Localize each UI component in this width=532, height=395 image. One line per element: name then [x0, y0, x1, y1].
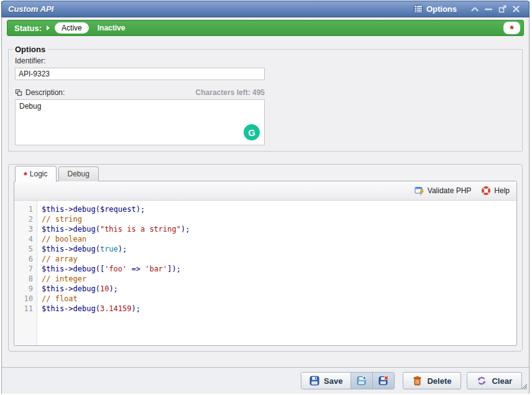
code-area[interactable]: 1234567891011 $this->debug($request);// … [14, 201, 516, 345]
save-button-group: Save [301, 372, 395, 389]
help-button[interactable]: Help [481, 186, 510, 196]
characters-left-counter: Characters left: 495 [196, 88, 265, 97]
status-bar: Status: Active Inactive * [7, 20, 524, 36]
status-option-inactive[interactable]: Inactive [94, 24, 129, 32]
tab-strip: * Logic Debug [15, 165, 99, 181]
code-editor-panel: Validate PHP Help 123456 [14, 181, 517, 346]
identifier-label: Identifier: [15, 57, 517, 65]
tab-logic[interactable]: * Logic [15, 166, 57, 182]
titlebar: Custom API Options [1, 1, 530, 17]
close-button[interactable] [509, 4, 523, 15]
clear-label: Clear [492, 376, 512, 386]
save-and-new-icon [357, 376, 367, 386]
validate-php-button[interactable]: Validate PHP [415, 186, 471, 196]
modified-asterisk-icon: * [24, 173, 27, 178]
trash-icon [413, 376, 422, 386]
identifier-input[interactable] [15, 68, 265, 80]
code-content[interactable]: $this->debug($request);// string$this->d… [37, 201, 516, 345]
description-label: Description: [25, 88, 65, 97]
chevron-up-icon [471, 6, 479, 12]
collapse-button[interactable] [468, 4, 482, 15]
options-panel: Options Identifier: Description: Charact… [8, 45, 523, 152]
status-arrow-icon [47, 25, 50, 30]
custom-api-window: Custom API Options [1, 1, 530, 394]
options-menu-label: Options [426, 4, 457, 14]
resize-grip[interactable] [520, 381, 528, 393]
options-menu-icon [414, 5, 423, 13]
close-icon [513, 6, 520, 12]
expand-description-icon[interactable] [15, 89, 22, 96]
help-label: Help [494, 186, 510, 195]
description-textarea[interactable]: Debug [15, 99, 265, 145]
delete-button[interactable]: Delete [403, 372, 461, 389]
description-header-row: Description: Characters left: 495 [15, 88, 265, 97]
footer-toolbar: Save [2, 367, 529, 394]
save-and-close-icon [378, 376, 388, 386]
tab-logic-label: Logic [30, 170, 48, 178]
minimize-button[interactable] [482, 4, 495, 15]
save-label: Save [324, 376, 342, 386]
window-title: Custom API [8, 4, 53, 14]
resize-grip-icon [520, 383, 528, 390]
asterisk-icon: * [510, 27, 514, 33]
line-numbers: 1234567891011 [14, 201, 37, 345]
tab-debug-label: Debug [68, 170, 89, 178]
grammarly-icon[interactable]: G [244, 124, 260, 140]
save-and-new-button[interactable] [351, 373, 372, 389]
tab-debug[interactable]: Debug [58, 166, 99, 181]
validate-php-icon [415, 186, 424, 196]
popout-button[interactable] [495, 4, 509, 15]
save-button[interactable]: Save [301, 373, 351, 389]
logic-tab-group: * Logic Debug Validate PHP [8, 164, 523, 352]
popout-icon [498, 5, 507, 13]
save-icon [310, 376, 319, 386]
status-label: Status: [11, 24, 42, 33]
options-menu-button[interactable]: Options [414, 4, 457, 14]
description-field-wrap: Debug G [15, 99, 265, 145]
save-and-close-button[interactable] [372, 373, 394, 389]
minimize-icon [485, 6, 492, 12]
clear-button[interactable]: Clear [467, 372, 522, 389]
delete-label: Delete [427, 376, 451, 386]
validate-php-label: Validate PHP [428, 186, 471, 195]
required-indicator-button[interactable]: * [503, 22, 520, 34]
help-icon [481, 186, 491, 196]
options-legend: Options [14, 45, 48, 54]
refresh-icon [477, 376, 487, 386]
editor-toolbar: Validate PHP Help [14, 181, 516, 201]
status-option-active[interactable]: Active [55, 22, 89, 34]
